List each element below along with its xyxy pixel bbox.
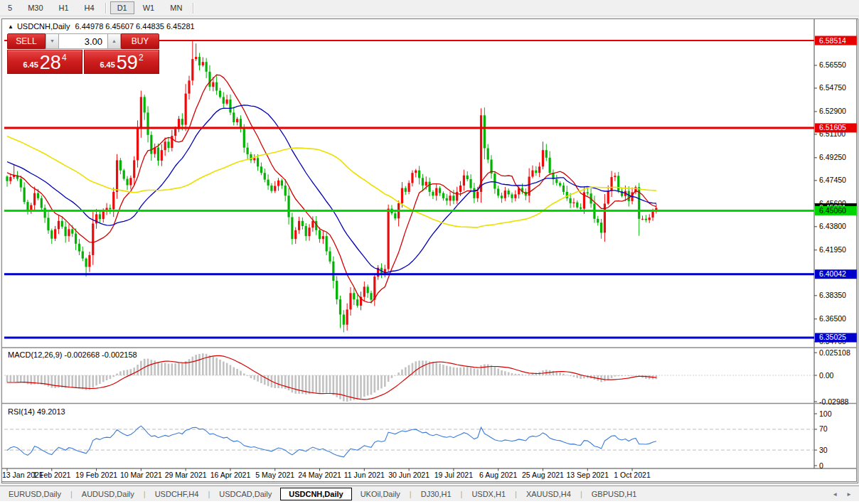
tab-usdcad-daily[interactable]: USDCAD,Daily [210, 488, 280, 500]
buy-price-base: 6.45 [100, 61, 114, 69]
buy-price-pips: 59 [117, 53, 138, 73]
chevron-up-icon: ▲ [112, 38, 117, 43]
sell-price-pips: 28 [40, 53, 61, 73]
timeframe-toolbar: 5M30H1H4D1W1MN [0, 0, 859, 16]
sell-price-base: 6.45 [23, 61, 38, 69]
buy-price-point: 2 [139, 53, 144, 62]
tab-dj30-h1[interactable]: DJ30,H1 [412, 488, 460, 500]
tab-xauusd-h4[interactable]: XAUUSD,H4 [518, 488, 580, 500]
svg-text:30: 30 [819, 446, 828, 454]
timeframe-button-d1[interactable]: D1 [110, 1, 134, 14]
volume-increase-button[interactable]: ▲ [107, 33, 121, 49]
tab-usdcnh-daily[interactable]: USDCNH,Daily [280, 488, 351, 500]
ohlc-values: 6.44978 6.45607 6.44835 6.45281 [75, 22, 194, 31]
svg-text:6.47450: 6.47450 [819, 176, 846, 184]
chart-title: ▲USDCNH,Daily6.44978 6.45607 6.44835 6.4… [8, 22, 195, 31]
svg-text:5 May 2021: 5 May 2021 [255, 471, 294, 479]
svg-text:29 Mar 2021: 29 Mar 2021 [165, 471, 207, 479]
timeframe-button-h1[interactable]: H1 [52, 1, 76, 14]
svg-text:70: 70 [819, 424, 828, 433]
date-axis: 13 Jan 20211 Feb 202119 Feb 202110 Mar 2… [2, 468, 651, 479]
chart-frame [2, 19, 857, 482]
svg-text:13 Sep 2021: 13 Sep 2021 [566, 471, 609, 479]
svg-text:100: 100 [819, 409, 832, 418]
sell-price-display[interactable]: 6.45 28 4 [7, 50, 82, 74]
timeframe-button-w1[interactable]: W1 [136, 1, 162, 14]
svg-text:6.35025: 6.35025 [819, 333, 846, 341]
sell-button[interactable]: SELL [7, 33, 46, 49]
svg-text:19 Feb 2021: 19 Feb 2021 [75, 471, 117, 479]
svg-text:19 Jul 2021: 19 Jul 2021 [434, 471, 473, 479]
svg-text:0.00: 0.00 [819, 371, 834, 380]
svg-text:6.51605: 6.51605 [819, 123, 846, 132]
toolbar-separator [193, 3, 194, 14]
svg-text:-0.02988: -0.02988 [819, 397, 849, 406]
volume-decrease-button[interactable]: ▼ [46, 33, 59, 49]
svg-text:6 Aug 2021: 6 Aug 2021 [479, 471, 517, 479]
svg-text:6.45060: 6.45060 [819, 206, 846, 215]
svg-text:6.38350: 6.38350 [819, 291, 846, 299]
sell-price-point: 4 [62, 53, 67, 62]
tab-eurusd-daily[interactable]: EURUSD,Daily [0, 488, 70, 500]
svg-text:6.49250: 6.49250 [819, 153, 846, 161]
svg-text:25 Aug 2021: 25 Aug 2021 [522, 471, 564, 479]
tab-ukoil-daily[interactable]: UKOil,Daily [352, 488, 409, 500]
buy-price-display[interactable]: 6.45 59 2 [84, 50, 159, 74]
svg-text:6.40042: 6.40042 [819, 269, 846, 278]
timeframe-button-5[interactable]: 5 [1, 1, 19, 14]
svg-text:6.58514: 6.58514 [819, 36, 846, 45]
symbol-title: USDCNH,Daily [17, 22, 70, 31]
svg-text:16 Apr 2021: 16 Apr 2021 [210, 471, 251, 479]
svg-text:1 Feb 2021: 1 Feb 2021 [33, 471, 70, 479]
tab-usdx-h1[interactable]: USDX,H1 [463, 488, 514, 500]
svg-text:6.56550: 6.56550 [819, 60, 846, 69]
symbol-tab-bar: EURUSD,Daily|AUDUSD,Daily|USDCHF,H4|USDC… [0, 486, 859, 502]
svg-text:30 Jun 2021: 30 Jun 2021 [388, 471, 430, 479]
svg-text:6.54750: 6.54750 [819, 83, 846, 92]
chevron-down-icon: ▼ [50, 38, 55, 43]
timeframe-button-mn[interactable]: MN [163, 1, 189, 14]
buy-button[interactable]: BUY [121, 33, 159, 49]
tab-scroll-right-icon[interactable]: ► [846, 491, 852, 498]
svg-text:6.43800: 6.43800 [819, 222, 846, 230]
one-click-trade-panel: SELL ▼ ▲ BUY 6.45 28 4 6.45 59 2 [7, 33, 159, 74]
volume-input[interactable] [59, 33, 107, 49]
macd-label: MACD(12,26,9) -0.002668 -0.002158 [8, 350, 137, 359]
svg-text:1 Oct 2021: 1 Oct 2021 [614, 471, 651, 479]
svg-text:24 May 2021: 24 May 2021 [298, 471, 341, 479]
tab-gbpusd-h1[interactable]: GBPUSD,H1 [583, 488, 646, 500]
tab-audusd-daily[interactable]: AUDUSD,Daily [73, 488, 143, 500]
tab-scroll-left-icon[interactable]: ◄ [832, 491, 838, 498]
toolbar-separator [105, 3, 107, 14]
svg-text:6.41950: 6.41950 [819, 245, 846, 254]
svg-text:0.025108: 0.025108 [819, 348, 850, 357]
statusbar-strip [0, 501, 859, 504]
rsi-label: RSI(14) 49.2013 [8, 407, 65, 416]
svg-text:6.36500: 6.36500 [819, 314, 846, 323]
timeframe-button-h4[interactable]: H4 [78, 1, 102, 14]
svg-text:11 Jun 2021: 11 Jun 2021 [344, 471, 385, 479]
collapse-arrow-icon[interactable]: ▲ [8, 23, 14, 30]
svg-text:6.52900: 6.52900 [819, 107, 846, 115]
timeframe-button-m30[interactable]: M30 [21, 1, 50, 14]
tab-usdchf-h4[interactable]: USDCHF,H4 [146, 488, 208, 500]
svg-text:10 Mar 2021: 10 Mar 2021 [120, 471, 162, 479]
chart-canvas[interactable]: 6.565506.547506.529006.511006.492506.474… [0, 18, 859, 482]
svg-text:0: 0 [819, 461, 823, 470]
